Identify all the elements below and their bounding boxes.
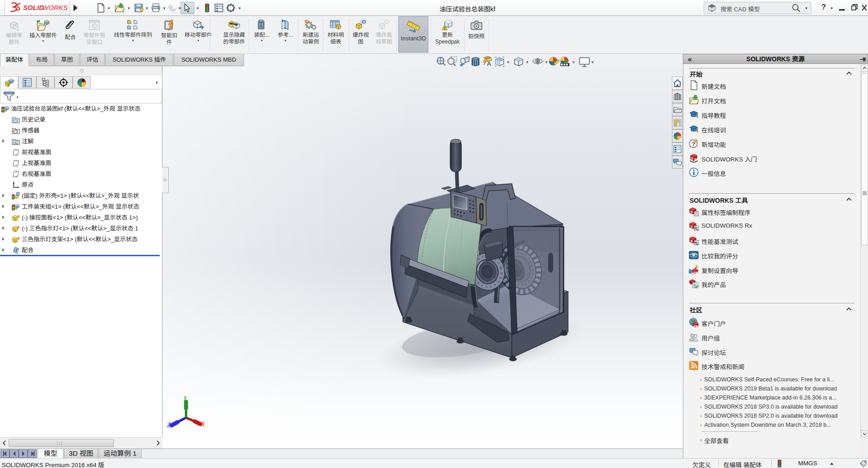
svg-text:Z: Z (167, 422, 171, 429)
svg-text:A: A (487, 60, 491, 67)
svg-text:▼: ▼ (572, 60, 575, 64)
svg-text:SOLID: SOLID (23, 4, 44, 11)
svg-text:▼: ▼ (525, 60, 529, 64)
svg-text:SW: SW (694, 325, 698, 327)
svg-text:S: S (691, 210, 693, 214)
svg-text:S: S (691, 224, 693, 229)
svg-text:▼: ▼ (591, 60, 594, 64)
svg-text:S: S (691, 239, 693, 243)
svg-text:▼: ▼ (544, 60, 548, 64)
svg-text:A: A (15, 141, 17, 145)
svg-text:WORKS: WORKS (42, 4, 68, 11)
svg-text:S: S (691, 156, 693, 161)
svg-text:▼: ▼ (506, 60, 510, 64)
svg-text:!: ! (444, 26, 446, 30)
svg-text:SW: SW (693, 271, 698, 274)
svg-text:X: X (201, 421, 205, 428)
